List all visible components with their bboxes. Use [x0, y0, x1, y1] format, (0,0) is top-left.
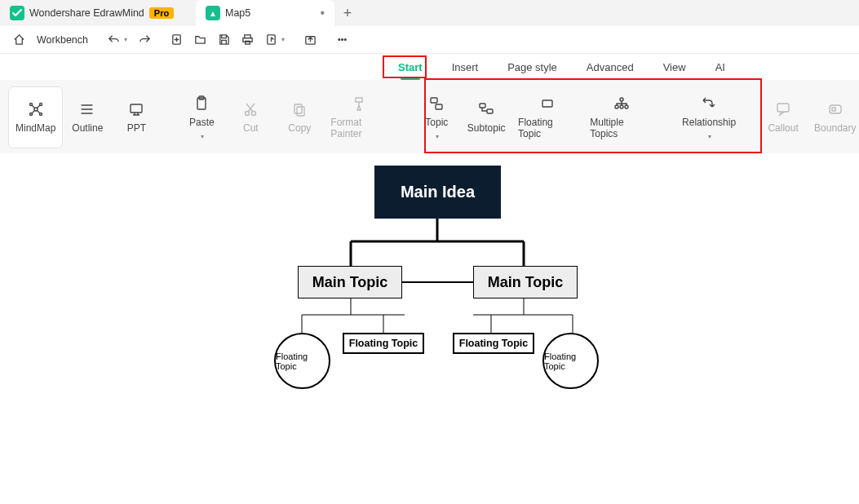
multiple-topics-button[interactable]: Multiple Topics [583, 86, 659, 148]
new-tab-button[interactable]: + [334, 0, 361, 26]
svg-rect-14 [131, 104, 142, 113]
quick-toolbar: Workbench ▾ ▾ [0, 26, 859, 54]
node-floating-circle-1[interactable]: Floating Topic [274, 333, 330, 389]
menu-ai[interactable]: AI [701, 54, 740, 80]
mindmap-canvas[interactable]: Main Idea Main Topic Main Topic Floating… [0, 153, 859, 504]
svg-rect-19 [294, 104, 302, 113]
boundary-button: Boundary [808, 86, 859, 148]
svg-rect-23 [480, 104, 485, 108]
more-button[interactable] [331, 30, 353, 49]
multiple-topics-label: Multiple Topics [590, 117, 653, 139]
ppt-label: PPT [127, 122, 146, 134]
title-bar: Wondershare EdrawMind Pro ▲ Map5 • + [0, 0, 859, 26]
node-main-topic-2[interactable]: Main Topic [473, 266, 578, 298]
subtopic-button[interactable]: Subtopic [461, 86, 511, 148]
paste-label: Paste [189, 117, 215, 128]
topic-icon [428, 95, 445, 112]
svg-rect-24 [487, 109, 493, 113]
svg-point-6 [339, 39, 340, 41]
callout-button: Callout [759, 86, 808, 148]
svg-point-7 [342, 39, 343, 41]
svg-point-8 [344, 39, 346, 41]
node-main-topic-1[interactable]: Main Topic [298, 266, 402, 298]
open-file-button[interactable] [189, 30, 211, 49]
undo-button[interactable]: ▾ [103, 30, 132, 49]
menu-page-style[interactable]: Page style [493, 54, 572, 80]
callout-icon [775, 101, 791, 117]
mindmap-icon [28, 101, 44, 117]
share-button[interactable] [299, 30, 321, 49]
clipboard-group: Paste ▾ Cut Copy Format Painter [177, 86, 396, 148]
new-file-button[interactable] [166, 30, 188, 49]
format-painter-label: Format Painter [330, 117, 389, 139]
topic-button[interactable]: Topic ▾ [412, 86, 461, 148]
chevron-down-icon: ▾ [436, 133, 439, 140]
svg-rect-20 [297, 107, 304, 116]
save-button[interactable] [213, 30, 235, 49]
mindmap-view-button[interactable]: MindMap [8, 86, 63, 148]
relationship-button[interactable]: Relationship ▾ [675, 86, 742, 148]
callout-label: Callout [768, 122, 798, 134]
relationship-label: Relationship [682, 117, 736, 128]
document-tab[interactable]: ▲ Map5 • [196, 0, 334, 26]
document-title: Map5 [225, 7, 250, 19]
app-logo-icon [10, 6, 24, 20]
relation-group: Relationship ▾ [675, 86, 742, 148]
subtopic-icon [478, 101, 494, 117]
menu-view[interactable]: View [649, 54, 701, 80]
svg-rect-32 [832, 108, 835, 111]
chevron-down-icon: ▾ [201, 133, 204, 140]
home-button[interactable] [8, 30, 30, 49]
svg-rect-25 [542, 100, 552, 107]
paste-icon [193, 95, 210, 112]
svg-point-18 [252, 112, 256, 116]
svg-point-27 [615, 105, 618, 108]
node-floating-topic-2[interactable]: Floating Topic [453, 333, 534, 354]
workbench-label: Workbench [37, 34, 88, 46]
app-tab[interactable]: Wondershare EdrawMind Pro [0, 0, 196, 26]
topic-group: Topic ▾ Subtopic Floating Topic Multiple… [412, 86, 659, 148]
menu-start[interactable]: Start [383, 54, 437, 80]
export-button[interactable]: ▾ [260, 30, 290, 49]
menu-advanced[interactable]: Advanced [572, 54, 649, 80]
paste-button[interactable]: Paste ▾ [177, 86, 226, 148]
svg-rect-30 [777, 104, 789, 112]
menu-bar: Start Insert Page style Advanced View AI [0, 54, 859, 80]
outline-label: Outline [72, 122, 103, 134]
subtopic-label: Subtopic [467, 122, 506, 134]
svg-point-26 [620, 98, 623, 101]
floating-topic-button[interactable]: Floating Topic [511, 86, 583, 148]
cut-button: Cut [226, 86, 275, 148]
unsaved-dot-icon: • [320, 6, 325, 20]
outline-view-button[interactable]: Outline [63, 86, 112, 148]
print-button[interactable] [237, 30, 259, 49]
floating-topic-icon [539, 95, 556, 112]
topic-label: Topic [425, 117, 448, 128]
copy-label: Copy [288, 122, 311, 134]
boundary-icon [827, 101, 844, 117]
ppt-icon [128, 101, 144, 117]
cut-icon [242, 101, 259, 117]
node-floating-topic-1[interactable]: Floating Topic [343, 333, 424, 354]
svg-point-29 [625, 105, 628, 108]
svg-point-28 [620, 105, 623, 108]
document-icon: ▲ [206, 6, 220, 20]
multiple-topics-icon [613, 95, 630, 112]
svg-point-17 [246, 112, 250, 116]
format-painter-button: Format Painter [324, 86, 396, 148]
app-title: Wondershare EdrawMind [29, 7, 144, 19]
node-floating-circle-2[interactable]: Floating Topic [542, 333, 599, 389]
floating-topic-label: Floating Topic [518, 117, 577, 139]
mindmap-label: MindMap [15, 122, 55, 134]
ribbon: MindMap Outline PPT Paste ▾ Cut Copy For… [0, 80, 859, 153]
format-painter-icon [352, 95, 368, 112]
annotation-group: Callout Boundary [759, 86, 859, 148]
workbench-button[interactable]: Workbench [32, 31, 93, 49]
menu-insert[interactable]: Insert [437, 54, 494, 80]
copy-icon [291, 101, 308, 117]
ppt-view-button[interactable]: PPT [112, 86, 161, 148]
redo-button[interactable] [134, 30, 156, 49]
node-main-idea[interactable]: Main Idea [374, 166, 501, 219]
svg-rect-21 [431, 98, 437, 103]
pro-badge: Pro [149, 7, 174, 19]
